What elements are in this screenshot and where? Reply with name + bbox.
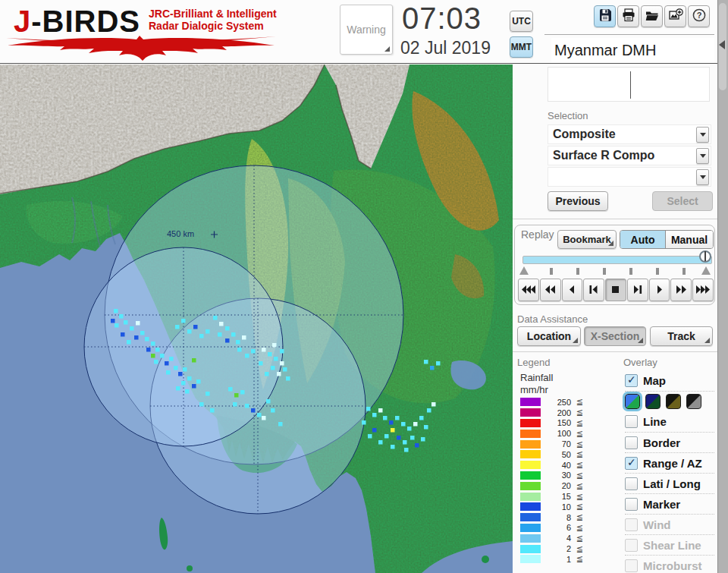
legend-operator: ≦ (571, 492, 583, 502)
replay-slider-track[interactable] (522, 256, 712, 264)
warning-button[interactable]: Warning (340, 5, 393, 55)
playback-rewind-2x-button[interactable] (540, 279, 561, 301)
playback-stop-button[interactable] (605, 279, 626, 301)
selection-dropdown-3-button[interactable] (696, 169, 709, 185)
map-viewport[interactable]: 450 km (0, 65, 513, 573)
legend-item: 8≦ (520, 512, 596, 523)
playback-step-end-button[interactable] (627, 279, 648, 301)
svg-text:?: ? (696, 11, 701, 20)
text-cursor (630, 71, 631, 99)
playback-play-reverse-button[interactable] (562, 279, 583, 301)
legend-item: 200≦ (520, 408, 596, 418)
utc-button[interactable]: UTC (510, 11, 533, 32)
microburst-label: Microburst (643, 559, 702, 572)
legend-item: 1≦ (520, 554, 596, 565)
legend-operator: ≦ (571, 397, 583, 407)
mmt-button[interactable]: MMT (510, 36, 533, 58)
previous-button[interactable]: Previous (548, 191, 608, 211)
selection-dropdown-2-button[interactable] (696, 148, 709, 164)
manual-button[interactable]: Manual (666, 231, 713, 248)
location-button[interactable]: Location (517, 326, 581, 346)
border-checkbox[interactable] (625, 436, 638, 449)
legend-item: 250≦ (520, 397, 596, 408)
legend-item: 50≦ (520, 449, 596, 460)
playback-rewind-3x-button[interactable] (518, 279, 539, 301)
legend-operator: ≦ (571, 460, 583, 470)
map-style-3[interactable] (666, 394, 681, 409)
legend-item: 2≦ (520, 543, 596, 554)
overlay-row-microburst: Microburst (625, 555, 714, 573)
selection-dropdown-2[interactable]: Surface R Compo (548, 146, 711, 165)
range-az-label: Range / AZ (643, 457, 702, 470)
forward-3x-icon (696, 283, 710, 297)
legend-color-swatch (520, 524, 541, 532)
legend-value: 50 (541, 450, 571, 459)
play-icon (653, 283, 667, 297)
line-label: Line (643, 415, 667, 428)
map-style-2[interactable] (645, 394, 661, 409)
line-checkbox[interactable] (625, 415, 638, 428)
panel-collapse-icon[interactable] (719, 40, 725, 49)
replay-mode-switch: Auto Manual (620, 230, 714, 249)
x-section-button[interactable]: X-Section (584, 326, 646, 346)
open-folder-button[interactable] (641, 5, 663, 27)
query-input[interactable] (548, 67, 710, 102)
legend-value: 100 (541, 429, 571, 438)
lati-long-checkbox[interactable] (625, 477, 638, 490)
data-assistance-label: Data Assistance (517, 313, 588, 325)
legend-item: 6≦ (520, 523, 596, 534)
select-button[interactable]: Select (652, 191, 713, 211)
play-reverse-icon (565, 283, 579, 297)
playback-step-start-button[interactable] (583, 279, 604, 301)
legend-item: 70≦ (520, 439, 596, 449)
border-label: Border (643, 436, 680, 449)
playback-play-button[interactable] (649, 279, 670, 301)
overlay-row-lati-long: Lati / Long (625, 473, 714, 493)
legend-value: 6 (541, 523, 571, 532)
marker-checkbox[interactable] (625, 498, 638, 511)
legend-operator: ≦ (571, 502, 583, 512)
selection-dropdown-2-value: Surface R Compo (548, 149, 696, 162)
overlay-row-range-az: Range / AZ (625, 452, 714, 473)
range-az-checkbox[interactable] (625, 457, 638, 470)
legend-color-swatch (520, 408, 541, 417)
overlay-row-shear-line: Shear Line (625, 534, 714, 555)
rewind-3x-icon (522, 283, 535, 297)
help-icon: ? (692, 8, 707, 26)
jbirds-logo: J-BIRDS JRC-Brilliant & Intelligent Rada… (6, 2, 279, 61)
playback-forward-3x-button[interactable] (692, 279, 714, 301)
legend-unit-line2: mm/hr (520, 384, 553, 396)
map-style-1[interactable] (625, 394, 640, 409)
legend-color-swatch (520, 555, 541, 563)
auto-button[interactable]: Auto (620, 231, 666, 248)
legend-value: 8 (541, 513, 571, 522)
overlay-label: Overlay (623, 357, 657, 368)
selection-dropdown-3[interactable] (548, 167, 711, 187)
legend-operator: ≦ (571, 544, 583, 554)
logo-tagline: JRC-Brilliant & Intelligent Radar Dialog… (149, 8, 277, 32)
playback-forward-2x-button[interactable] (670, 279, 692, 301)
warning-button-label: Warning (347, 24, 386, 36)
print-button[interactable] (617, 5, 639, 27)
help-button[interactable]: ? (688, 5, 710, 27)
overlay-row-wind: Wind (625, 514, 714, 534)
add-image-button[interactable] (664, 5, 686, 27)
legend-operator: ≦ (571, 429, 583, 439)
replay-label: Replay (521, 228, 554, 241)
legend-operator: ≦ (571, 418, 583, 428)
legend-value: 10 (541, 502, 571, 512)
bookmark-button[interactable]: Bookmark (557, 230, 617, 249)
legend-item: 10≦ (520, 502, 596, 512)
radar-map[interactable]: 450 km (0, 65, 513, 573)
separator (513, 219, 717, 219)
clock-date: 02 Jul 2019 (400, 38, 514, 58)
legend-value: 70 (541, 439, 571, 449)
selection-dropdown-1-button[interactable] (696, 127, 709, 143)
map-style-4[interactable] (686, 394, 701, 409)
map-checkbox[interactable] (625, 374, 638, 387)
replay-slider-handle[interactable] (699, 250, 711, 263)
control-panel: Selection Composite Surface R Compo Prev… (513, 65, 717, 573)
save-button[interactable] (594, 5, 616, 27)
track-button[interactable]: Track (650, 326, 713, 346)
selection-dropdown-1[interactable]: Composite (548, 124, 711, 144)
